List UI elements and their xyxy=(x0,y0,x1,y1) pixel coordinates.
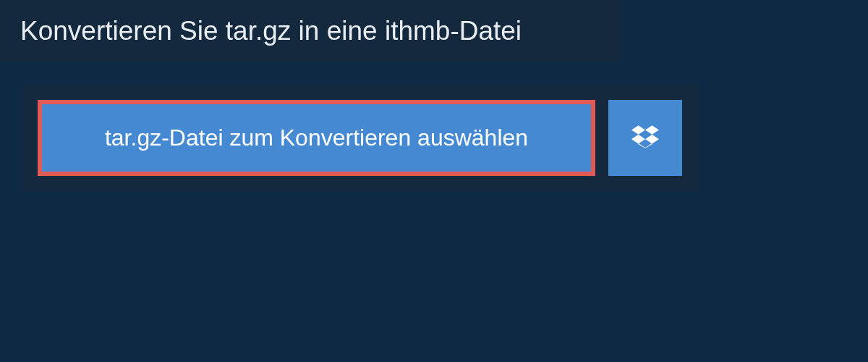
select-file-button[interactable]: tar.gz-Datei zum Konvertieren auswählen xyxy=(38,100,595,176)
header-bar: Konvertieren Sie tar.gz in eine ithmb-Da… xyxy=(0,0,621,62)
dropbox-button[interactable] xyxy=(608,100,682,176)
page-title: Konvertieren Sie tar.gz in eine ithmb-Da… xyxy=(20,16,600,46)
select-file-label: tar.gz-Datei zum Konvertieren auswählen xyxy=(105,125,528,151)
file-action-panel: tar.gz-Datei zum Konvertieren auswählen xyxy=(22,84,698,192)
dropbox-icon xyxy=(631,123,659,153)
